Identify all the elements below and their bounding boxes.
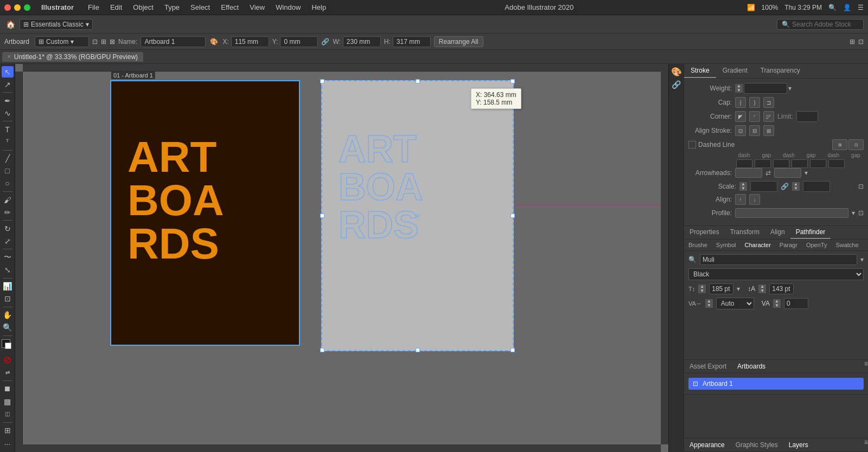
color-icon[interactable]: 🎨 [671, 66, 682, 77]
tab-paragr[interactable]: Paragr [775, 240, 802, 250]
rearrange-all-button[interactable]: Rearrange All [434, 36, 483, 47]
artboard-icon1[interactable]: ⊡ [92, 38, 98, 46]
maximize-button[interactable] [24, 4, 30, 11]
tab-graphic-styles[interactable]: Graphic Styles [730, 438, 783, 451]
profile-flip-icon[interactable]: ⊡ [858, 209, 864, 217]
hand-tool[interactable]: ✋ [2, 309, 14, 321]
handle-br[interactable] [510, 348, 515, 352]
none-stroke-btn[interactable]: ⊘ [2, 354, 14, 366]
menu-view[interactable]: View [244, 2, 270, 12]
zoom-tool[interactable]: 🔍 [2, 322, 14, 333]
user-icon[interactable]: 👤 [843, 4, 851, 11]
handle-tr[interactable] [510, 79, 515, 83]
tab-properties[interactable]: Properties [684, 226, 725, 239]
gap-2[interactable] [792, 159, 808, 168]
weight-stepper[interactable]: ▲ ▼ [735, 84, 743, 93]
menu-help[interactable]: Help [306, 2, 331, 12]
gap-1[interactable] [755, 159, 771, 168]
tab-pathfinder[interactable]: Pathfinder [790, 226, 831, 239]
kerning-input[interactable] [784, 298, 808, 309]
tab-opentype[interactable]: OpenTy [802, 240, 832, 250]
tracking-down[interactable]: ▼ [705, 304, 713, 308]
curvature-tool[interactable]: ∿ [2, 107, 14, 119]
tab-close-icon[interactable]: × [8, 54, 11, 60]
tracking-select[interactable]: Auto [716, 298, 754, 309]
selection-tool[interactable]: ↖ [2, 66, 14, 78]
dash-pattern-aligned[interactable]: ⊞ [832, 139, 847, 150]
arrowhead-start[interactable] [735, 168, 762, 178]
dashed-checkbox[interactable] [688, 141, 696, 148]
rect-tool[interactable]: □ [2, 165, 14, 177]
size-stepper[interactable]: ▲ ▼ [698, 285, 706, 293]
y-input[interactable] [280, 36, 318, 47]
font-search-icon[interactable]: 🔍 [688, 256, 697, 263]
tab-asset-export[interactable]: Asset Export [684, 360, 732, 373]
tab-stroke[interactable]: Stroke [684, 64, 716, 78]
h-input[interactable] [393, 36, 431, 47]
scale-panel-icon[interactable]: ⊡ [858, 183, 864, 190]
scale-stepper[interactable]: ▲ ▼ [739, 182, 747, 191]
color-mode-btn[interactable]: ■ [2, 383, 14, 395]
artboard-icon3[interactable]: ⊠ [110, 38, 115, 46]
menu-type[interactable]: Type [159, 2, 185, 12]
dash-pattern-unaligned[interactable]: ⊡ [848, 139, 864, 150]
column-graph-tool[interactable]: 📊 [2, 281, 14, 292]
align-btn-2[interactable]: ↓ [749, 194, 760, 205]
menu-effect[interactable]: Effect [215, 2, 244, 12]
pattern-btn[interactable]: ◫ [2, 408, 14, 419]
artboard-color-btn[interactable]: 🎨 [210, 38, 218, 46]
symbol-sprayer-btn[interactable]: ⊞ [2, 424, 14, 436]
close-button[interactable] [4, 4, 11, 11]
workspace-selector[interactable]: ⊞ Essentials Classic ▾ [20, 19, 93, 30]
profile-chevron[interactable]: ▾ [852, 209, 855, 217]
menu-select[interactable]: Select [185, 2, 215, 12]
pen-tool[interactable]: ✒ [2, 95, 14, 106]
align-center[interactable]: ⊡ [735, 125, 746, 136]
artboard-icon2[interactable]: ⊞ [101, 38, 106, 46]
minimize-button[interactable] [14, 4, 21, 11]
font-dropdown-icon[interactable]: ▾ [860, 256, 864, 263]
fill-stroke-colors[interactable] [2, 339, 14, 351]
handle-bc[interactable] [416, 348, 420, 352]
size-down[interactable]: ▼ [698, 289, 706, 293]
scale-stepper2[interactable]: ▲ ▼ [792, 182, 800, 191]
arrowhead-swap-icon[interactable]: ⇄ [765, 169, 771, 177]
artboard-name-input[interactable] [141, 36, 206, 47]
panels-icon[interactable]: ⊡ [858, 38, 864, 46]
weight-input[interactable] [744, 83, 787, 94]
align-outside[interactable]: ⊞ [763, 125, 774, 136]
handle-mr[interactable] [510, 214, 515, 218]
kerning-down[interactable]: ▼ [773, 304, 781, 308]
more-tools-btn[interactable]: ··· [2, 438, 14, 450]
swap-colors-btn[interactable]: ⇄ [2, 367, 14, 378]
width-tool[interactable]: ⤡ [2, 264, 14, 275]
tab-character[interactable]: Character [741, 240, 775, 250]
type-tool[interactable]: T [2, 124, 14, 135]
kerning-stepper[interactable]: ▲ ▼ [773, 299, 781, 308]
search-stock-box[interactable]: 🔍 [777, 19, 864, 30]
tab-gradient[interactable]: Gradient [716, 64, 754, 78]
tab-appearance[interactable]: Appearance [684, 438, 730, 451]
profile-bar[interactable] [735, 208, 848, 218]
panel-menu-icon-2[interactable]: ≡ [864, 438, 868, 446]
scale-tool[interactable]: ⤢ [2, 235, 14, 247]
touch-type-tool[interactable]: ᵀ [2, 137, 14, 148]
limit-input[interactable] [796, 111, 818, 122]
arrowhead-end[interactable] [774, 168, 801, 178]
handle-ml[interactable] [320, 214, 324, 218]
tab-brushe[interactable]: Brushe [684, 240, 712, 250]
corner-bevel[interactable]: ◸ [763, 111, 774, 122]
warp-tool[interactable]: 〜 [2, 251, 14, 263]
artboard-preset-selector[interactable]: ⊞ Custom ▾ [35, 36, 89, 47]
tracking-stepper[interactable]: ▲ ▼ [705, 299, 713, 308]
tab-symbol[interactable]: Symbol [712, 240, 741, 250]
scale-start[interactable] [750, 181, 777, 192]
scale-down[interactable]: ▼ [739, 186, 747, 191]
scale-down2[interactable]: ▼ [792, 186, 800, 191]
dash-3[interactable] [810, 159, 826, 168]
weight-down[interactable]: ▼ [735, 88, 743, 93]
home-btn[interactable]: 🏠 [4, 18, 16, 30]
scale-end[interactable] [803, 181, 830, 192]
menu-object[interactable]: Object [127, 2, 159, 12]
search-stock-input[interactable] [792, 21, 857, 28]
